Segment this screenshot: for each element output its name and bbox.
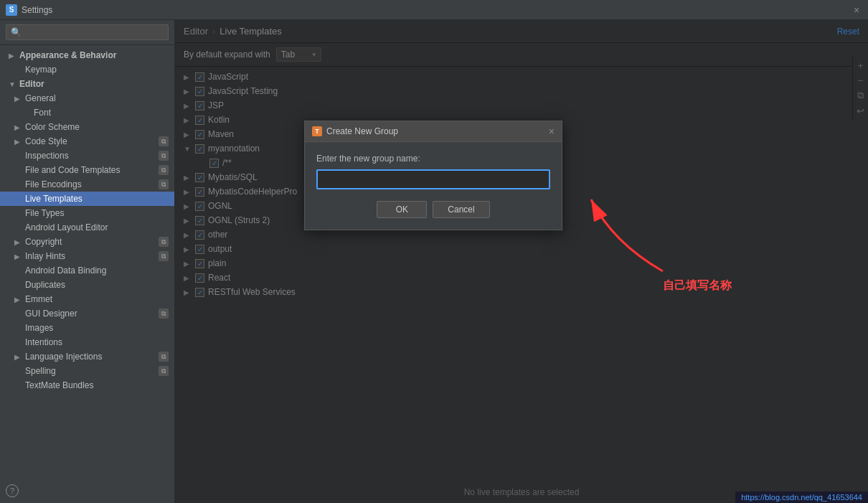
sidebar-item-inlay-hints[interactable]: ▶Inlay Hints⧉ xyxy=(0,249,174,263)
arrow-icon: ▶ xyxy=(14,353,23,361)
dialog-prompt: Enter the new group name: xyxy=(316,154,550,164)
badge-icon: ⧉ xyxy=(159,366,169,376)
sidebar-item-spelling[interactable]: Spelling⧉ xyxy=(0,364,174,378)
window-title: Settings xyxy=(22,5,52,15)
sidebar-item-label: Images xyxy=(25,323,53,333)
sidebar-item-label: Android Data Binding xyxy=(25,265,106,276)
sidebar-item-label: Color Scheme xyxy=(25,122,80,132)
dialog-buttons: OK Cancel xyxy=(316,201,550,218)
sidebar-item-label: Android Layout Editor xyxy=(25,222,108,232)
badge-icon: ⧉ xyxy=(159,136,169,146)
ok-button[interactable]: OK xyxy=(377,201,427,218)
arrow-icon: ▶ xyxy=(9,52,17,60)
dialog-titlebar: T Create New Group × xyxy=(305,121,562,142)
sidebar-item-label: General xyxy=(25,93,56,103)
sidebar-item-label: Font xyxy=(34,108,51,118)
create-group-dialog: T Create New Group × Enter the new group… xyxy=(304,121,562,230)
badge-icon: ⧉ xyxy=(159,352,169,362)
sidebar-item-label: Duplicates xyxy=(25,280,65,290)
sidebar-item-inspections[interactable]: Inspections⧉ xyxy=(0,149,174,163)
sidebar-item-color-scheme[interactable]: ▶Color Scheme xyxy=(0,120,174,134)
arrow-icon: ▶ xyxy=(14,123,23,131)
sidebar-item-file-encodings[interactable]: File Encodings⧉ xyxy=(0,177,174,192)
dialog-body: Enter the new group name: OK Cancel xyxy=(305,142,562,230)
sidebar-tree: ▶Appearance & BehaviorKeymap▼Editor▶Gene… xyxy=(0,45,174,503)
arrow-icon: ▼ xyxy=(9,80,17,88)
titlebar: S Settings × xyxy=(0,0,868,20)
arrow-icon: ▶ xyxy=(14,238,23,246)
sidebar-item-label: Keymap xyxy=(25,65,57,75)
annotation-text: 自己填写名称 xyxy=(663,278,732,293)
sidebar-item-code-style[interactable]: ▶Code Style⧉ xyxy=(0,134,174,149)
sidebar-item-file-code-templates[interactable]: File and Code Templates⧉ xyxy=(0,163,174,177)
search-box xyxy=(0,20,174,45)
sidebar-item-language-injections[interactable]: ▶Language Injections⧉ xyxy=(0,349,174,364)
sidebar-item-label: Inspections xyxy=(25,151,69,161)
sidebar-item-label: Copyright xyxy=(25,237,62,247)
sidebar-item-label: Live Templates xyxy=(25,194,82,204)
dialog-icon: T xyxy=(312,126,322,136)
sidebar-item-live-templates[interactable]: Live Templates xyxy=(0,192,174,206)
sidebar-item-label: File and Code Templates xyxy=(25,165,121,175)
sidebar-item-editor[interactable]: ▼Editor xyxy=(0,77,174,91)
sidebar-item-font[interactable]: Font xyxy=(0,105,174,120)
search-input[interactable] xyxy=(6,24,169,40)
sidebar-item-appearance[interactable]: ▶Appearance & Behavior xyxy=(0,48,174,62)
url-bar: https://blog.csdn.net/qq_41653644 xyxy=(735,492,868,503)
sidebar-item-file-types[interactable]: File Types xyxy=(0,206,174,220)
sidebar-item-general[interactable]: ▶General xyxy=(0,91,174,105)
sidebar-item-label: Appearance & Behavior xyxy=(19,50,116,60)
sidebar-item-copyright[interactable]: ▶Copyright⧉ xyxy=(0,235,174,249)
badge-icon: ⧉ xyxy=(159,165,169,175)
badge-icon: ⧉ xyxy=(159,179,169,189)
close-button[interactable]: × xyxy=(851,4,862,16)
sidebar-item-label: Emmet xyxy=(25,294,52,304)
sidebar-item-duplicates[interactable]: Duplicates xyxy=(0,278,174,292)
sidebar-item-label: GUI Designer xyxy=(25,309,77,319)
sidebar-item-keymap[interactable]: Keymap xyxy=(0,62,174,77)
sidebar-item-android-layout-editor[interactable]: Android Layout Editor xyxy=(0,220,174,235)
sidebar-item-android-data-binding[interactable]: Android Data Binding xyxy=(0,263,174,278)
sidebar: ▶Appearance & BehaviorKeymap▼Editor▶Gene… xyxy=(0,20,175,503)
sidebar-item-label: Code Style xyxy=(25,136,67,146)
sidebar-item-textmate-bundles[interactable]: TextMate Bundles xyxy=(0,378,174,392)
sidebar-item-images[interactable]: Images xyxy=(0,321,174,335)
arrow-icon: ▶ xyxy=(14,296,23,304)
sidebar-item-label: TextMate Bundles xyxy=(25,380,93,390)
arrow-icon: ▶ xyxy=(14,253,23,260)
sidebar-item-label: File Types xyxy=(25,208,64,218)
arrow-icon: ▶ xyxy=(14,95,23,103)
dialog-overlay: T Create New Group × Enter the new group… xyxy=(175,20,868,503)
badge-icon: ⧉ xyxy=(159,309,169,319)
sidebar-item-gui-designer[interactable]: GUI Designer⧉ xyxy=(0,306,174,321)
sidebar-item-label: File Encodings xyxy=(25,179,82,189)
sidebar-item-emmet[interactable]: ▶Emmet xyxy=(0,292,174,306)
cancel-button[interactable]: Cancel xyxy=(433,201,489,218)
badge-icon: ⧉ xyxy=(159,251,169,261)
sidebar-item-label: Intentions xyxy=(25,337,62,347)
group-name-input[interactable] xyxy=(316,169,550,189)
arrow-icon: ▶ xyxy=(14,138,23,146)
app-icon: S xyxy=(6,4,17,16)
dialog-title: Create New Group xyxy=(326,126,549,136)
sidebar-item-intentions[interactable]: Intentions xyxy=(0,335,174,349)
content-area: Editor › Live Templates Reset By default… xyxy=(175,20,868,503)
badge-icon: ⧉ xyxy=(159,151,169,161)
main-container: ▶Appearance & BehaviorKeymap▼Editor▶Gene… xyxy=(0,20,868,503)
sidebar-item-label: Language Injections xyxy=(25,352,102,362)
sidebar-item-label: Inlay Hints xyxy=(25,251,65,261)
help-button[interactable]: ? xyxy=(6,484,19,497)
badge-icon: ⧉ xyxy=(159,237,169,247)
sidebar-item-label: Editor xyxy=(19,79,44,89)
sidebar-item-label: Spelling xyxy=(25,366,56,376)
dialog-close-button[interactable]: × xyxy=(549,126,555,137)
arrow-annotation xyxy=(555,185,699,278)
